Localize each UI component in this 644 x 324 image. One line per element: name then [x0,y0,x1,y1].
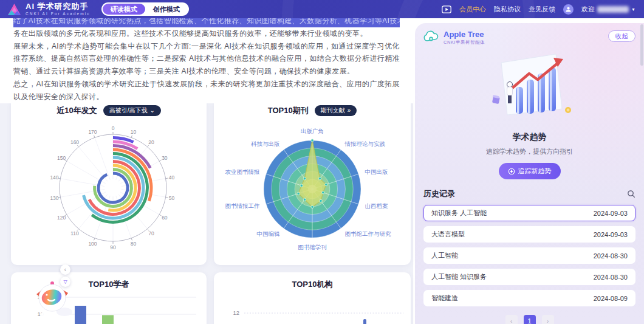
svg-text:0: 0 [112,125,115,131]
app-title-block: AI 学术研究助手 CNKI AI For Academic [26,2,91,16]
search-icon[interactable] [627,190,635,198]
collapse-button[interactable]: 收起 [608,30,635,42]
svg-text:140: 140 [50,174,58,181]
history-query: 大语言模型 [431,230,465,239]
svg-text:90: 90 [110,244,116,250]
svg-text:情报理论与实践: 情报理论与实践 [344,140,385,147]
history-item[interactable]: 智能建造2024-08-09 [423,290,635,306]
svg-text:30: 30 [162,155,168,161]
user-menu-caret-icon: ▼ [631,7,635,12]
svg-text:170: 170 [88,129,97,135]
top-navbar: AI 学术研究助手 CNKI AI For Academic 研读模式 创作模式… [0,0,644,18]
scholars-chart-title: TOP10学者 [89,279,129,290]
svg-text:60: 60 [162,215,168,221]
caret-down-icon: ⌄ [149,108,154,114]
brand-text: Apple Tree CNKI苹果树智能体 [444,30,485,46]
summary-paragraph-1: 务在出版领域的多元化表现和应用。这些技术不仅能够提高知识服务的效率，还能够带来行… [13,27,400,40]
svg-text:40: 40 [169,174,175,181]
radar-chart: 出版广角情报理论与实践中国出版山西档案图书馆工作与研究图书馆学刊中国编辑图书情报… [214,116,411,257]
summary-paragraph-2: 展望未来，AI的学术趋势可能会集中在以下几个方面:一是深化 AI技术在知识服务领… [13,40,400,78]
svg-text:科技与出版: 科技与出版 [251,140,280,147]
sidebar-scrollbar[interactable] [640,24,643,322]
history-date: 2024-08-30 [594,252,628,260]
svg-text:70: 70 [148,230,154,236]
brand-name: Apple Tree [444,30,485,38]
nav-link-privacy[interactable]: 隐私协议 [494,5,521,14]
svg-text:图书馆工作与研究: 图书馆工作与研究 [344,230,391,237]
svg-text:130: 130 [50,195,58,201]
svg-text:100: 100 [88,241,97,247]
card-decade-publications: 近10年发文 高被引/高下载 ⌄ 01020304050607080901001… [11,97,207,265]
history-item[interactable]: 大语言模型2024-09-03 [423,226,635,243]
history-item[interactable]: 人工智能 知识服务2024-08-30 [423,269,635,285]
card-top-scholars: TOP10学者 1210 [11,272,207,324]
history-query: 人工智能 知识服务 [431,272,487,281]
app-screen: 结了AI技术在知识服务领域的研究热点，包括智能检索、个性化推荐、知识图谱构建、大… [0,0,644,324]
history-query: 智能建造 [431,294,458,303]
trend-title: 学术趋势 [423,132,635,143]
svg-text:160: 160 [70,139,79,145]
summary-paragraph-3: 总之，AI在知识服务领域的学术研究正处于快速发展阶段，未来的研究将更加注重技术的… [13,78,400,103]
history-list: 知识服务 人工智能2024-09-03大语言模型2024-09-03人工智能20… [423,205,635,306]
svg-text:12: 12 [233,309,239,316]
svg-text:农业图书情报: 农业图书情报 [225,168,259,175]
orgs-chart-title: TOP10机构 [292,279,333,290]
app-subtitle: CNKI AI For Academic [26,12,91,16]
app-title: AI 学术研究助手 [26,2,91,10]
user-avatar[interactable] [563,4,574,15]
collapse-left-button[interactable]: ‹ [60,264,70,275]
tab-create-mode[interactable]: 创作模式 [145,4,188,15]
history-query: 人工智能 [431,251,458,260]
pagination: ‹ 1 › [423,315,635,324]
link-label: 期刊文献 [321,107,345,114]
svg-text:图书情报工作: 图书情报工作 [225,202,259,209]
trend-illustration [478,47,581,131]
welcome-user[interactable]: 欢迎 ▼ [581,5,635,14]
nav-link-member-center[interactable]: 会员中心 [459,5,486,14]
app-logo-icon [7,2,21,16]
tab-read-mode[interactable]: 研读模式 [103,4,145,15]
cited-downloaded-filter[interactable]: 高被引/高下载 ⌄ [103,105,161,116]
card-top-journals: TOP10期刊 期刊文献 » 出版广角情报理论与实践中国出版山西档案图书馆工作与… [214,97,411,265]
video-tutorial-icon[interactable] [442,5,451,13]
journals-chart-title: TOP10期刊 [268,105,309,116]
svg-text:20: 20 [148,139,154,145]
polar-bar-chart: 0102030405060708090100110120130140150160… [11,116,207,257]
svg-text:120: 120 [57,215,66,221]
filter-funnel-button[interactable]: ▽ [60,277,70,287]
brand-subtitle: CNKI苹果树智能体 [444,40,485,46]
svg-text:150: 150 [57,155,66,161]
journal-docs-link[interactable]: 期刊文献 » [315,105,357,116]
svg-text:中国编辑: 中国编辑 [257,230,281,237]
trend-desc: 追踪学术趋势，提供方向指引 [423,147,635,156]
history-query: 知识服务 人工智能 [431,209,487,218]
prev-page-button[interactable]: ‹ [505,315,518,324]
svg-text:山西档案: 山西档案 [365,202,389,209]
history-item[interactable]: 人工智能2024-08-30 [423,247,635,264]
double-arrow-icon: » [348,108,351,114]
summary-text: 结了AI技术在知识服务领域的研究热点，包括智能检索、个性化推荐、知识图谱构建、大… [0,15,413,103]
history-date: 2024-09-03 [594,210,628,217]
svg-text:10: 10 [131,129,137,135]
filter-label: 高被引/高下载 [109,107,148,114]
track-new-trend-label: 追踪新趋势 [518,167,552,176]
assistant-sidebar: Apple Tree CNKI苹果树智能体 收起 [415,23,644,324]
history-title: 历史记录 [423,188,455,199]
orgs-bar-chart: 12 [214,290,411,324]
svg-text:110: 110 [70,230,79,236]
svg-text:图书馆学刊: 图书馆学刊 [298,244,327,250]
history-date: 2024-08-09 [594,295,628,302]
decade-chart-title: 近10年发文 [57,105,97,116]
svg-text:出版广角: 出版广角 [301,128,324,134]
history-item[interactable]: 知识服务 人工智能2024-09-03 [423,205,635,221]
current-page-button[interactable]: 1 [524,315,536,324]
apple-tree-cloud-icon [423,30,439,43]
track-new-trend-button[interactable]: 追踪新趋势 [499,163,561,179]
history-date: 2024-09-03 [594,231,628,238]
next-page-button[interactable]: › [542,315,554,324]
svg-text:中国出版: 中国出版 [365,168,389,175]
scrollbar-thumb[interactable] [640,24,643,66]
mode-tabs: 研读模式 创作模式 [101,2,189,16]
nav-link-feedback[interactable]: 意见反馈 [529,5,555,14]
compass-icon [508,168,515,175]
